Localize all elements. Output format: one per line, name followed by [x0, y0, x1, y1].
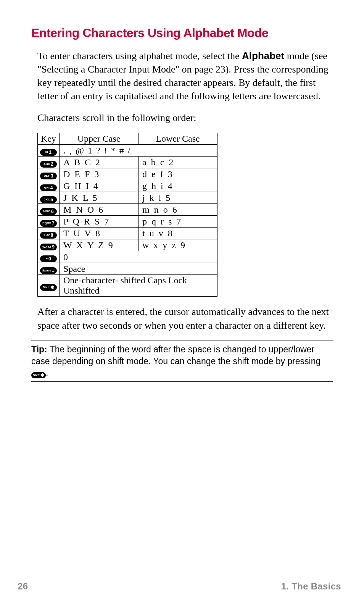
key-3-sub: DEF — [44, 173, 50, 179]
key-5-cell: JKL 5 — [38, 192, 60, 204]
tip-pre: The beginning of the word after the spac… — [31, 344, 321, 366]
key-3-num: 3 — [51, 173, 53, 179]
key-space-icon: Space # — [40, 267, 57, 274]
key-6-cell: MNO 6 — [38, 204, 60, 216]
table-row: Space # Space — [38, 263, 217, 275]
tip-box: Tip: The beginning of the word after the… — [31, 341, 333, 382]
row-6-upper: M N O 6 — [60, 204, 139, 216]
row-shift-full: One-character- shifted Caps Lock Unshift… — [60, 275, 217, 297]
row-4-lower: g h i 4 — [139, 180, 217, 192]
tip-shift-icon: Shift✱ — [31, 372, 46, 378]
key-1-icon: ✉ 1 — [40, 149, 57, 156]
key-5-num: 5 — [50, 196, 53, 203]
row-7-upper: P Q R S 7 — [60, 216, 139, 228]
key-1-cell: ✉ 1 — [38, 145, 60, 157]
key-3-icon: DEF 3 — [40, 173, 57, 179]
key-0-num: 0 — [48, 255, 51, 262]
key-4-num: 4 — [50, 184, 53, 191]
row-4-upper: G H I 4 — [60, 180, 139, 192]
tip-shift-sub: Shift — [33, 372, 40, 379]
key-2-num: 2 — [51, 161, 53, 168]
manual-page: Entering Characters Using Alphabet Mode … — [0, 0, 364, 607]
key-shift-cell: Shift ✱ — [38, 275, 60, 297]
row-0-full: 0 — [60, 251, 217, 263]
header-lower: Lower Case — [139, 133, 217, 145]
key-9-cell: WXYZ 9 — [38, 239, 60, 251]
row-3-upper: D E F 3 — [60, 168, 139, 180]
row-8-lower: t u v 8 — [139, 228, 217, 239]
section-heading: Entering Characters Using Alphabet Mode — [31, 26, 333, 40]
table-row: PQRS 7 P Q R S 7 p q r s 7 — [38, 216, 217, 228]
row-space-full: Space — [60, 263, 217, 275]
key-8-num: 8 — [51, 232, 53, 239]
row-9-lower: w x y z 9 — [139, 239, 217, 251]
key-5-icon: JKL 5 — [40, 196, 57, 203]
key-7-cell: PQRS 7 — [38, 216, 60, 228]
tip-post: . — [46, 368, 48, 378]
page-footer: 26 1. The Basics — [18, 581, 341, 592]
key-0-icon: + 0 — [40, 255, 57, 262]
key-space-sub: Space — [42, 267, 52, 274]
header-key: Key — [38, 133, 60, 145]
row-3-lower: d e f 3 — [139, 168, 217, 180]
key-6-icon: MNO 6 — [40, 208, 57, 215]
key-9-icon: WXYZ 9 — [40, 244, 57, 250]
intro-paragraph: To enter characters using alphabet mode,… — [37, 49, 333, 103]
table-row: GHI 4 G H I 4 g h i 4 — [38, 180, 217, 192]
table-row: ABC 2 A B C 2 a b c 2 — [38, 157, 217, 168]
key-4-icon: GHI 4 — [40, 184, 57, 191]
key-space-cell: Space # — [38, 263, 60, 275]
after-paragraph: After a character is entered, the cursor… — [37, 305, 333, 332]
key-shift-sub: Shift — [43, 284, 50, 291]
key-3-cell: DEF 3 — [38, 168, 60, 180]
row-2-lower: a b c 2 — [139, 157, 217, 168]
row-6-lower: m n o 6 — [139, 204, 217, 216]
scroll-intro: Characters scroll in the following order… — [37, 111, 333, 124]
table-row: Shift ✱ One-character- shifted Caps Lock… — [38, 275, 217, 297]
tip-label: Tip: — [31, 344, 47, 354]
row-1-full: . , @ 1 ? ! * # / — [60, 145, 217, 157]
key-5-sub: JKL — [44, 196, 50, 203]
key-7-num: 7 — [52, 220, 55, 227]
key-4-cell: GHI 4 — [38, 180, 60, 192]
footer-page-number: 26 — [18, 581, 28, 592]
key-6-sub: MNO — [43, 208, 50, 215]
table-row: JKL 5 J K L 5 j k l 5 — [38, 192, 217, 204]
table-row: + 0 0 — [38, 251, 217, 263]
tip-shift-num: ✱ — [40, 372, 44, 379]
intro-bold: Alphabet — [242, 50, 284, 61]
table-row: WXYZ 9 W X Y Z 9 w x y z 9 — [38, 239, 217, 251]
key-8-sub: TUV — [44, 232, 50, 239]
key-2-icon: ABC 2 — [40, 161, 57, 168]
row-8-upper: T U V 8 — [60, 228, 139, 239]
key-8-icon: TUV 8 — [40, 232, 57, 239]
key-7-sub: PQRS — [42, 220, 51, 227]
key-9-num: 9 — [52, 244, 55, 250]
key-4-sub: GHI — [44, 184, 50, 191]
key-6-num: 6 — [51, 208, 54, 215]
row-7-lower: p q r s 7 — [139, 216, 217, 228]
key-space-num: # — [52, 267, 55, 274]
footer-section: 1. The Basics — [281, 581, 341, 592]
key-shift-num: ✱ — [50, 284, 54, 291]
key-2-sub: ABC — [43, 161, 50, 168]
table-row: MNO 6 M N O 6 m n o 6 — [38, 204, 217, 216]
key-0-cell: + 0 — [38, 251, 60, 263]
table-row: ✉ 1 . , @ 1 ? ! * # / — [38, 145, 217, 157]
character-table: Key Upper Case Lower Case ✉ 1 . , @ 1 ? … — [37, 133, 217, 297]
row-5-upper: J K L 5 — [60, 192, 139, 204]
key-1-sub: ✉ — [45, 149, 48, 156]
row-2-upper: A B C 2 — [60, 157, 139, 168]
key-shift-icon: Shift ✱ — [40, 284, 57, 291]
key-2-cell: ABC 2 — [38, 157, 60, 168]
table-row: DEF 3 D E F 3 d e f 3 — [38, 168, 217, 180]
key-9-sub: WXYZ — [42, 244, 51, 250]
key-7-icon: PQRS 7 — [40, 220, 57, 227]
intro-pre: To enter characters using alphabet mode,… — [37, 50, 242, 61]
table-row: TUV 8 T U V 8 t u v 8 — [38, 228, 217, 239]
key-0-sub: + — [46, 255, 48, 262]
key-1-num: 1 — [49, 149, 52, 156]
row-5-lower: j k l 5 — [139, 192, 217, 204]
header-upper: Upper Case — [60, 133, 139, 145]
row-9-upper: W X Y Z 9 — [60, 239, 139, 251]
